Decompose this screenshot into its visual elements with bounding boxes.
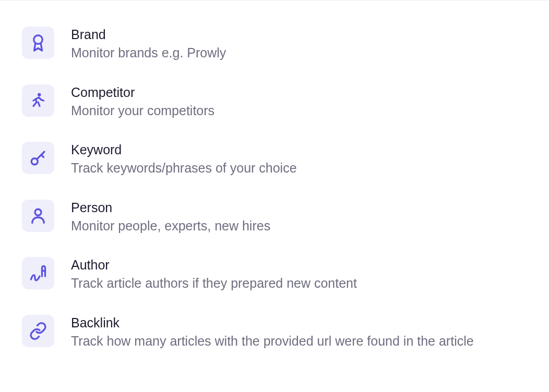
signature-icon bbox=[22, 257, 54, 289]
option-desc: Monitor people, experts, new hires bbox=[71, 217, 270, 235]
link-icon bbox=[22, 315, 54, 347]
option-title: Person bbox=[71, 200, 270, 215]
option-title: Author bbox=[71, 257, 357, 273]
monitoring-options-list: Brand Monitor brands e.g. Prowly Competi… bbox=[0, 27, 549, 349]
svg-point-1 bbox=[39, 94, 40, 95]
user-icon bbox=[22, 200, 54, 232]
option-desc: Monitor brands e.g. Prowly bbox=[71, 44, 226, 62]
option-text: Backlink Track how many articles with th… bbox=[71, 315, 474, 350]
svg-point-3 bbox=[35, 209, 41, 215]
option-text: Keyword Track keywords/phrases of your c… bbox=[71, 142, 297, 177]
key-icon bbox=[22, 142, 54, 174]
option-title: Competitor bbox=[71, 84, 214, 100]
option-person[interactable]: Person Monitor people, experts, new hire… bbox=[22, 200, 527, 235]
running-icon bbox=[22, 84, 54, 117]
option-text: Brand Monitor brands e.g. Prowly bbox=[71, 27, 226, 62]
option-text: Author Track article authors if they pre… bbox=[71, 257, 357, 292]
option-title: Backlink bbox=[71, 315, 474, 330]
option-desc: Track keywords/phrases of your choice bbox=[71, 160, 297, 177]
option-backlink[interactable]: Backlink Track how many articles with th… bbox=[22, 315, 527, 350]
option-title: Brand bbox=[71, 27, 226, 42]
option-brand[interactable]: Brand Monitor brands e.g. Prowly bbox=[22, 27, 527, 62]
option-competitor[interactable]: Competitor Monitor your competitors bbox=[22, 84, 527, 119]
option-author[interactable]: Author Track article authors if they pre… bbox=[22, 257, 527, 292]
award-icon bbox=[22, 27, 54, 59]
option-desc: Track how many articles with the provide… bbox=[71, 333, 474, 350]
option-desc: Track article authors if they prepared n… bbox=[71, 275, 357, 292]
option-title: Keyword bbox=[71, 142, 297, 157]
option-text: Competitor Monitor your competitors bbox=[71, 84, 214, 119]
option-desc: Monitor your competitors bbox=[71, 102, 214, 119]
option-keyword[interactable]: Keyword Track keywords/phrases of your c… bbox=[22, 142, 527, 177]
option-text: Person Monitor people, experts, new hire… bbox=[71, 200, 270, 235]
